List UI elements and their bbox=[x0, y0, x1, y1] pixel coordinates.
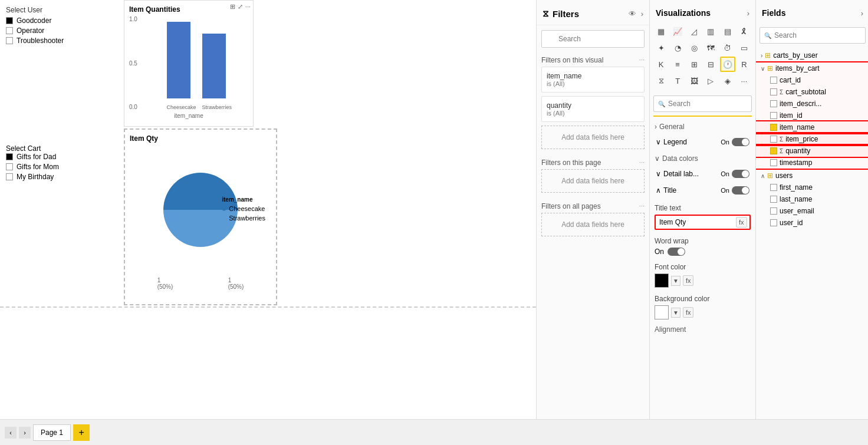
viz-slicer[interactable]: ≡ bbox=[670, 57, 685, 72]
field-quantity[interactable]: Σ quantity bbox=[756, 145, 868, 157]
cart-checkbox-birthday[interactable] bbox=[6, 173, 13, 180]
filters-visibility-icon[interactable]: 👁 bbox=[629, 9, 636, 18]
title-toggle-track[interactable] bbox=[732, 186, 749, 195]
viz-scatter[interactable]: ✦ bbox=[653, 40, 669, 55]
fields-expand-icon[interactable]: › bbox=[861, 9, 863, 18]
cart-checkbox-dad[interactable] bbox=[6, 153, 13, 160]
checkbox-cart-id[interactable] bbox=[770, 77, 777, 84]
viz-custom1[interactable]: ◈ bbox=[720, 73, 735, 88]
checkbox-user-email[interactable] bbox=[770, 207, 777, 215]
viz-detaillabels-label[interactable]: ∨ Detail lab... bbox=[656, 170, 699, 178]
legend-toggle[interactable]: On bbox=[721, 138, 749, 146]
filter-icon[interactable]: ⊞ bbox=[230, 3, 235, 11]
checkbox-item-id[interactable] bbox=[770, 112, 777, 119]
viz-general-title[interactable]: › General bbox=[655, 123, 751, 131]
cart-item-mom[interactable]: Gifts for Mom bbox=[6, 163, 59, 171]
cart-item-dad[interactable]: Gifts for Dad bbox=[6, 153, 59, 161]
bg-color-fx-button[interactable]: fx bbox=[683, 307, 694, 318]
legend-toggle-track[interactable] bbox=[732, 138, 749, 146]
field-item-name[interactable]: item_name bbox=[756, 121, 868, 133]
fields-search-input[interactable] bbox=[760, 27, 866, 44]
checkbox-user-id[interactable] bbox=[770, 219, 777, 226]
more-icon[interactable]: ··· bbox=[245, 3, 251, 11]
viz-card[interactable]: ▭ bbox=[737, 40, 752, 55]
cart-checkbox-mom[interactable] bbox=[6, 163, 13, 170]
title-text-fx-button[interactable]: fx bbox=[736, 217, 747, 228]
field-item-id[interactable]: item_id bbox=[756, 110, 868, 121]
checkbox-quantity[interactable] bbox=[770, 147, 777, 154]
checkbox-first-name[interactable] bbox=[770, 184, 777, 191]
font-color-dropdown[interactable]: ▼ bbox=[671, 276, 680, 286]
checkbox-last-name[interactable] bbox=[770, 196, 777, 203]
viz-datacolors-title[interactable]: ∨ Data colors bbox=[655, 154, 751, 163]
viz-kpi[interactable]: K bbox=[653, 57, 669, 72]
filter-card-item-name[interactable]: item_name is (All) bbox=[541, 67, 645, 93]
word-wrap-toggle-track[interactable] bbox=[668, 248, 685, 256]
font-color-fx-button[interactable]: fx bbox=[683, 275, 694, 286]
field-user-id[interactable]: user_id bbox=[756, 217, 868, 229]
viz-funnel[interactable]: ⧖ bbox=[653, 73, 669, 88]
page-tab-1[interactable]: Page 1 bbox=[33, 424, 71, 441]
checkbox-timestamp[interactable] bbox=[770, 159, 777, 166]
word-wrap-toggle[interactable]: On bbox=[655, 248, 751, 256]
viz-bar-stacked2[interactable]: ▤ bbox=[720, 24, 735, 39]
filters-on-all-pages-more[interactable]: ··· bbox=[639, 202, 645, 209]
field-timestamp[interactable]: timestamp bbox=[756, 157, 868, 169]
nav-next-button[interactable]: › bbox=[19, 427, 31, 439]
add-page-button[interactable]: + bbox=[73, 424, 90, 441]
bg-color-box[interactable] bbox=[655, 305, 669, 319]
viz-title-label[interactable]: ∧ Title bbox=[656, 186, 676, 195]
field-user-email[interactable]: user_email bbox=[756, 205, 868, 217]
add-fields-visual-button[interactable]: Add data fields here bbox=[541, 126, 645, 149]
viz-expand-icon[interactable]: › bbox=[747, 9, 749, 18]
viz-shape[interactable]: ▷ bbox=[703, 73, 718, 88]
viz-bar-cluster[interactable]: ▥ bbox=[703, 24, 718, 39]
title-text-input[interactable] bbox=[657, 217, 734, 228]
filters-on-page-more[interactable]: ··· bbox=[639, 159, 645, 166]
viz-area[interactable]: ◿ bbox=[686, 24, 702, 39]
viz-ribbon[interactable]: 🎗 bbox=[737, 24, 752, 39]
field-first-name[interactable]: first_name bbox=[756, 182, 868, 193]
viz-search-input[interactable] bbox=[653, 95, 752, 112]
filters-expand-icon[interactable]: › bbox=[641, 9, 643, 18]
viz-legend-label[interactable]: ∨ Legend bbox=[656, 138, 687, 146]
filters-on-visual-more[interactable]: ··· bbox=[639, 56, 645, 63]
nav-prev-button[interactable]: ‹ bbox=[5, 427, 17, 439]
user-checkbox-troubleshooter[interactable] bbox=[6, 37, 13, 44]
tree-group-header-items-by-cart[interactable]: ∨ ⊞ items_by_cart bbox=[756, 62, 868, 74]
user-item-goodcoder[interactable]: Goodcoder bbox=[6, 17, 64, 25]
field-last-name[interactable]: last_name bbox=[756, 193, 868, 205]
cart-item-birthday[interactable]: My Birthday bbox=[6, 173, 59, 181]
font-color-box[interactable] bbox=[655, 273, 669, 288]
checkbox-item-descri[interactable] bbox=[770, 100, 777, 107]
expand-icon[interactable]: ⤢ bbox=[238, 3, 243, 11]
filter-card-quantity[interactable]: quantity is (All) bbox=[541, 96, 645, 122]
viz-donut[interactable]: ◎ bbox=[686, 40, 702, 55]
field-cart-subtotal[interactable]: Σ cart_subtotal bbox=[756, 86, 868, 98]
checkbox-cart-subtotal[interactable] bbox=[770, 88, 777, 95]
user-checkbox-goodcoder[interactable] bbox=[6, 17, 13, 24]
viz-pie[interactable]: ◔ bbox=[670, 40, 685, 55]
title-toggle[interactable]: On bbox=[721, 186, 749, 195]
user-checkbox-operator[interactable] bbox=[6, 27, 13, 34]
user-item-operator[interactable]: Operator bbox=[6, 27, 64, 35]
bg-color-dropdown[interactable]: ▼ bbox=[671, 308, 680, 318]
viz-textbox[interactable]: T bbox=[670, 73, 685, 88]
viz-stacked-bar[interactable]: ▦ bbox=[653, 24, 669, 39]
viz-line[interactable]: 📈 bbox=[670, 24, 685, 39]
detaillabels-toggle[interactable]: On bbox=[721, 170, 749, 178]
viz-table[interactable]: ⊞ bbox=[686, 57, 702, 72]
filters-search-input[interactable] bbox=[541, 30, 645, 48]
add-fields-all-pages-button[interactable]: Add data fields here bbox=[541, 213, 645, 236]
detaillabels-toggle-track[interactable] bbox=[732, 170, 749, 178]
viz-map[interactable]: 🗺 bbox=[703, 40, 718, 55]
checkbox-item-name[interactable] bbox=[770, 124, 777, 131]
field-item-price[interactable]: Σ item_price bbox=[756, 133, 868, 145]
viz-clock[interactable]: 🕐 bbox=[720, 57, 735, 72]
tree-group-header-users[interactable]: ∧ ⊞ users bbox=[756, 170, 868, 182]
viz-gauge[interactable]: ⏱ bbox=[720, 40, 735, 55]
field-item-descri[interactable]: item_descri... bbox=[756, 98, 868, 110]
viz-more[interactable]: ··· bbox=[737, 73, 752, 88]
viz-image[interactable]: 🖼 bbox=[686, 73, 702, 88]
user-item-troubleshooter[interactable]: Troubleshooter bbox=[6, 37, 64, 45]
